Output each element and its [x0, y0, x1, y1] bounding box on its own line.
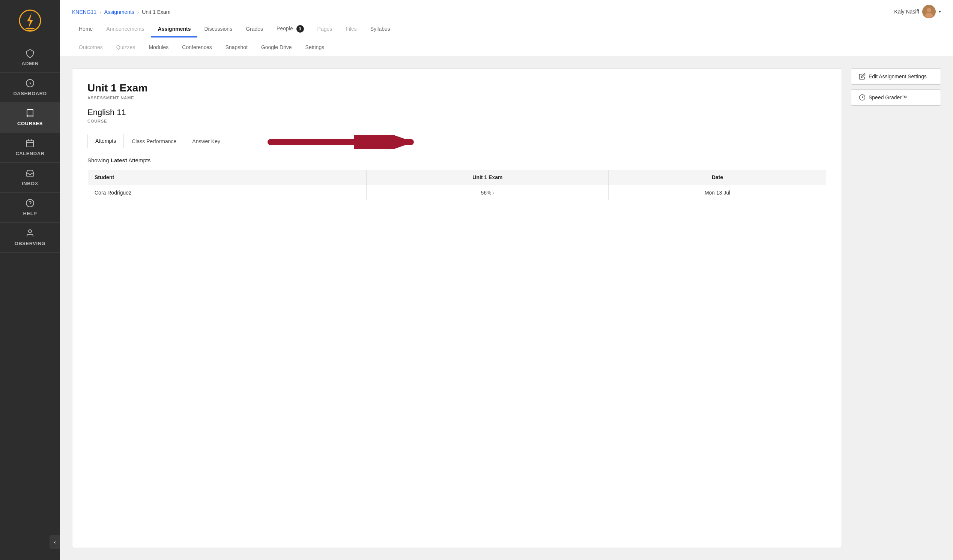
sidebar-item-observing-label: OBSERVING [15, 241, 45, 246]
nav-tabs-row2: Outcomes Quizzes Modules Conferences Sna… [72, 40, 941, 56]
tab-snapshot[interactable]: Snapshot [219, 40, 255, 56]
app-logo [17, 8, 43, 34]
tab-outcomes[interactable]: Outcomes [72, 40, 110, 56]
cell-score: 56% › [366, 185, 608, 201]
tab-syllabus[interactable]: Syllabus [363, 22, 397, 37]
tab-grades[interactable]: Grades [239, 22, 270, 37]
breadcrumb-current: Unit 1 Exam [142, 9, 170, 15]
breadcrumb-sep2: › [137, 9, 139, 15]
book-icon [25, 109, 34, 118]
help-icon [25, 199, 34, 208]
tab-announcements[interactable]: Announcements [99, 22, 151, 37]
inner-tab-class-performance[interactable]: Class Performance [124, 134, 184, 148]
topnav-row1: KNENG11 › Assignments › Unit 1 Exam Kaly… [72, 0, 941, 19]
svg-point-13 [925, 13, 933, 18]
tab-settings[interactable]: Settings [299, 40, 331, 56]
sidebar-item-observing[interactable]: OBSERVING [0, 223, 60, 253]
inner-tab-answer-key[interactable]: Answer Key [184, 134, 228, 148]
edit-icon [859, 73, 866, 80]
sidebar-item-help-label: HELP [23, 210, 37, 216]
sidebar-item-calendar-label: CALENDAR [16, 151, 44, 156]
dashboard-icon [25, 79, 34, 88]
table-row: Cora Rodriguez 56% › Mon 13 Jul [88, 185, 827, 201]
top-navigation: KNENG11 › Assignments › Unit 1 Exam Kaly… [60, 0, 953, 56]
sidebar-navigation: ADMIN DASHBOARD COURSES [0, 43, 60, 253]
user-icon [25, 229, 34, 238]
sidebar-item-dashboard[interactable]: DASHBOARD [0, 73, 60, 103]
page-content: Unit 1 Exam Assessment Name English 11 C… [60, 56, 953, 560]
svg-point-12 [927, 8, 931, 12]
sidebar-item-calendar[interactable]: CALENDAR [0, 133, 60, 163]
nav-tabs-row1: Home Announcements Assignments Discussio… [72, 21, 941, 38]
tab-quizzes[interactable]: Quizzes [110, 40, 142, 56]
inner-tab-attempts[interactable]: Attempts [87, 134, 124, 148]
svg-rect-4 [26, 140, 33, 147]
sidebar-item-admin-label: ADMIN [22, 61, 38, 67]
sidebar-collapse-button[interactable]: ‹ [50, 535, 60, 549]
speed-grader-button[interactable]: Speed Grader™ [851, 89, 941, 106]
tab-pages[interactable]: Pages [310, 22, 339, 37]
inner-tabs-container: Attempts Class Performance Answer Key [87, 134, 827, 157]
user-menu[interactable]: Kaly Nasiff ▾ [894, 5, 941, 19]
inner-tabs: Attempts Class Performance Answer Key [87, 134, 827, 148]
assignment-panel: Unit 1 Exam Assessment Name English 11 C… [72, 68, 842, 548]
sidebar-item-inbox[interactable]: INBOX [0, 163, 60, 193]
shield-icon [25, 49, 34, 58]
user-name: Kaly Nasiff [894, 9, 919, 15]
tab-conferences[interactable]: Conferences [175, 40, 218, 56]
cell-student: Cora Rodriguez [88, 185, 366, 201]
gauge-icon [859, 94, 866, 101]
course-label: Course [87, 119, 827, 123]
sidebar: ADMIN DASHBOARD COURSES [0, 0, 60, 560]
tab-modules[interactable]: Modules [142, 40, 175, 56]
action-sidebar: Edit Assignment Settings Speed Grader™ [851, 68, 941, 548]
col-header-date: Date [608, 170, 827, 185]
sidebar-item-courses-label: COURSES [17, 121, 43, 126]
tab-discussions[interactable]: Discussions [197, 22, 239, 37]
svg-rect-1 [25, 28, 34, 29]
col-header-student: Student [88, 170, 366, 185]
sidebar-item-admin[interactable]: ADMIN [0, 43, 60, 73]
sidebar-item-help[interactable]: HELP [0, 193, 60, 223]
main-content: KNENG11 › Assignments › Unit 1 Exam Kaly… [60, 0, 953, 560]
avatar [922, 5, 936, 19]
svg-rect-2 [26, 29, 33, 31]
sidebar-collapse: ‹ [0, 535, 60, 549]
breadcrumb-section-link[interactable]: Assignments [104, 9, 134, 15]
attempts-table: Student Unit 1 Exam Date Cora Rodriguez … [87, 169, 827, 201]
people-badge: 3 [296, 25, 304, 32]
assignment-title: Unit 1 Exam [87, 82, 827, 94]
sidebar-item-dashboard-label: DASHBOARD [13, 91, 47, 96]
calendar-icon [25, 139, 34, 148]
row-chevron-icon: › [493, 190, 494, 196]
breadcrumb-course-link[interactable]: KNENG11 [72, 9, 96, 15]
sidebar-item-inbox-label: INBOX [22, 181, 38, 186]
svg-point-10 [28, 230, 31, 233]
inbox-icon [25, 169, 34, 178]
cell-date: Mon 13 Jul [608, 185, 827, 201]
showing-label: Showing Latest Attempts [87, 157, 827, 163]
col-header-exam: Unit 1 Exam [366, 170, 608, 185]
course-name: English 11 [87, 108, 827, 117]
user-chevron-icon: ▾ [939, 9, 941, 14]
tab-google-drive[interactable]: Google Drive [255, 40, 299, 56]
sidebar-item-courses[interactable]: COURSES [0, 103, 60, 133]
tab-people[interactable]: People 3 [270, 21, 310, 38]
assessment-label: Assessment Name [87, 96, 827, 100]
breadcrumb: KNENG11 › Assignments › Unit 1 Exam [72, 4, 170, 19]
breadcrumb-sep1: › [99, 9, 101, 15]
edit-assignment-button[interactable]: Edit Assignment Settings [851, 68, 941, 85]
tab-home[interactable]: Home [72, 22, 99, 37]
tab-files[interactable]: Files [339, 22, 363, 37]
tab-assignments[interactable]: Assignments [151, 22, 198, 37]
